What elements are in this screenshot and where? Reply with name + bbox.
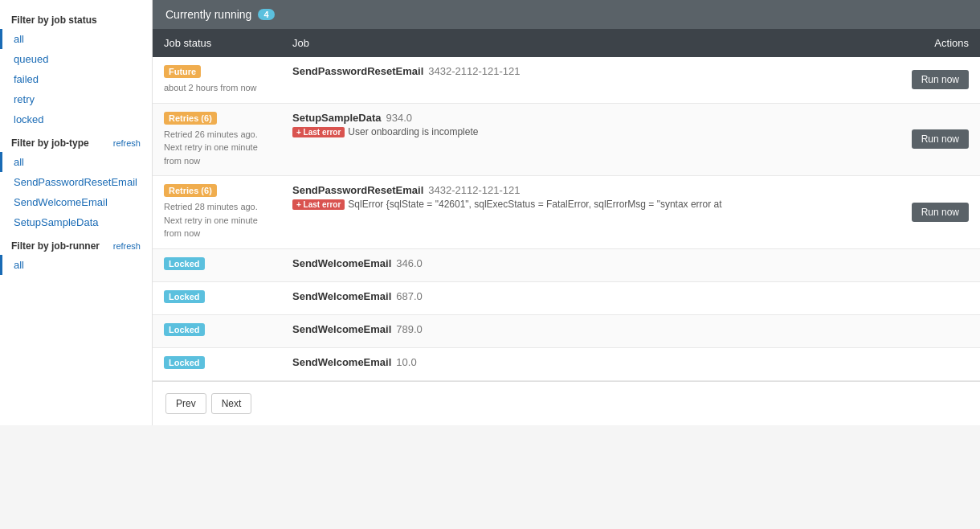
sidebar-status-all[interactable]: all xyxy=(0,29,152,49)
filter-jobtype-header: Filter by job-type refresh xyxy=(0,129,152,152)
job-id: 3432-2112-121-121 xyxy=(428,65,520,77)
job-name: SetupSampleData xyxy=(292,112,382,124)
status-badge: Retries (6)Retried 26 minutes ago. Next … xyxy=(164,112,270,168)
badge: Locked xyxy=(164,257,205,270)
status-time: Retried 26 minutes ago. Next retry in on… xyxy=(164,128,270,168)
table-row: LockedSendWelcomeEmail687.0 xyxy=(153,281,980,314)
status-filter-list: allqueuedfailedretrylocked xyxy=(0,29,152,129)
badge: Retries (6) xyxy=(164,184,217,197)
status-badge: Locked xyxy=(164,356,270,372)
col-header-job: Job xyxy=(281,29,884,57)
job-status-cell: Retries (6)Retried 28 minutes ago. Next … xyxy=(153,176,281,249)
badge: Locked xyxy=(164,290,205,303)
col-header-status: Job status xyxy=(153,29,281,57)
actions-cell: Run now xyxy=(884,103,980,176)
status-badge: Locked xyxy=(164,257,270,273)
job-name: SendPasswordResetEmail xyxy=(292,184,423,196)
actions-cell: Run now xyxy=(884,57,980,103)
job-id: 346.0 xyxy=(396,257,423,269)
sidebar-jobtype-SetupSampleData[interactable]: SetupSampleData xyxy=(0,212,152,232)
sidebar-runner-all[interactable]: all xyxy=(0,255,152,275)
table-row: LockedSendWelcomeEmail789.0 xyxy=(153,314,980,347)
next-button[interactable]: Next xyxy=(211,393,252,414)
filter-runner-title: Filter by job-runner xyxy=(11,240,100,252)
table-row: Retries (6)Retried 28 minutes ago. Next … xyxy=(153,176,980,249)
job-status-cell: Locked xyxy=(153,248,281,281)
filter-jobtype-title: Filter by job-type xyxy=(11,137,89,149)
runner-refresh[interactable]: refresh xyxy=(113,241,141,251)
table-header-row: Job status Job Actions xyxy=(153,29,980,57)
job-id: 10.0 xyxy=(396,356,416,368)
job-id: 3432-2112-121-121 xyxy=(428,184,520,196)
run-now-button[interactable]: Run now xyxy=(912,203,969,222)
main-content: Currently running 4 Job status Job Actio… xyxy=(153,0,980,425)
job-cell: SendPasswordResetEmail3432-2112-121-121+… xyxy=(281,176,884,249)
job-name: SendPasswordResetEmail xyxy=(292,65,423,77)
job-cell: SendWelcomeEmail10.0 xyxy=(281,347,884,380)
sidebar-status-queued[interactable]: queued xyxy=(0,49,152,69)
sidebar-status-retry[interactable]: retry xyxy=(0,89,152,109)
job-cell: SendPasswordResetEmail3432-2112-121-121 xyxy=(281,57,884,103)
badge: Future xyxy=(164,65,201,78)
actions-cell xyxy=(884,347,980,380)
filter-status-title: Filter by job status xyxy=(0,10,152,29)
sidebar-jobtype-SendWelcomeEmail[interactable]: SendWelcomeEmail xyxy=(0,192,152,212)
table-row: Retries (6)Retried 26 minutes ago. Next … xyxy=(153,103,980,176)
job-cell: SendWelcomeEmail687.0 xyxy=(281,281,884,314)
pagination-area: Prev Next xyxy=(153,381,980,425)
badge: Locked xyxy=(164,356,205,369)
jobtype-filter-list: allSendPasswordResetEmailSendWelcomeEmai… xyxy=(0,152,152,232)
actions-cell xyxy=(884,248,980,281)
job-status-cell: Locked xyxy=(153,347,281,380)
job-id: 934.0 xyxy=(386,112,413,124)
status-time: Retried 28 minutes ago. Next retry in on… xyxy=(164,200,270,240)
run-now-button[interactable]: Run now xyxy=(912,129,969,149)
table-row: LockedSendWelcomeEmail10.0 xyxy=(153,347,980,380)
running-header: Currently running 4 xyxy=(153,0,980,29)
error-text: SqlError {sqlState = "42601", sqlExecSta… xyxy=(348,199,721,210)
status-badge: Futureabout 2 hours from now xyxy=(164,65,270,95)
runner-filter-list: all xyxy=(0,255,152,275)
sidebar-jobtype-SendPasswordResetEmail[interactable]: SendPasswordResetEmail xyxy=(0,172,152,192)
status-time: about 2 hours from now xyxy=(164,81,270,95)
sidebar-status-failed[interactable]: failed xyxy=(0,69,152,89)
status-badge: Locked xyxy=(164,290,270,306)
jobtype-refresh[interactable]: refresh xyxy=(113,138,141,148)
badge: Retries (6) xyxy=(164,112,217,125)
actions-cell xyxy=(884,281,980,314)
last-error-badge: + Last error xyxy=(292,127,345,137)
job-table: Job status Job Actions Futureabout 2 hou… xyxy=(153,29,980,381)
job-status-cell: Retries (6)Retried 26 minutes ago. Next … xyxy=(153,103,281,176)
badge: Locked xyxy=(164,323,205,336)
job-id: 789.0 xyxy=(396,323,423,335)
actions-cell: Run now xyxy=(884,176,980,249)
job-error: + Last errorSqlError {sqlState = "42601"… xyxy=(292,199,872,210)
filter-runner-header: Filter by job-runner refresh xyxy=(0,232,152,255)
actions-cell xyxy=(884,314,980,347)
job-status-cell: Locked xyxy=(153,281,281,314)
run-now-button[interactable]: Run now xyxy=(912,70,969,89)
table-row: LockedSendWelcomeEmail346.0 xyxy=(153,248,980,281)
col-header-actions: Actions xyxy=(884,29,980,57)
job-id: 687.0 xyxy=(396,290,423,302)
sidebar-status-locked[interactable]: locked xyxy=(0,109,152,129)
job-status-cell: Locked xyxy=(153,314,281,347)
job-name: SendWelcomeEmail xyxy=(292,323,391,335)
job-cell: SetupSampleData934.0+ Last errorUser onb… xyxy=(281,103,884,176)
prev-button[interactable]: Prev xyxy=(165,393,206,414)
error-text: User onboarding is incomplete xyxy=(348,126,478,137)
running-count-badge: 4 xyxy=(258,9,274,20)
job-name: SendWelcomeEmail xyxy=(292,290,391,302)
job-error: + Last errorUser onboarding is incomplet… xyxy=(292,126,872,137)
job-name: SendWelcomeEmail xyxy=(292,356,391,368)
status-badge: Locked xyxy=(164,323,270,339)
sidebar: Filter by job status allqueuedfailedretr… xyxy=(0,0,153,425)
status-badge: Retries (6)Retried 28 minutes ago. Next … xyxy=(164,184,270,240)
table-row: Futureabout 2 hours from nowSendPassword… xyxy=(153,57,980,103)
job-cell: SendWelcomeEmail346.0 xyxy=(281,248,884,281)
running-title: Currently running xyxy=(165,8,251,21)
job-name: SendWelcomeEmail xyxy=(292,257,391,269)
job-table-body: Futureabout 2 hours from nowSendPassword… xyxy=(153,57,980,380)
job-cell: SendWelcomeEmail789.0 xyxy=(281,314,884,347)
sidebar-jobtype-all[interactable]: all xyxy=(0,152,152,172)
